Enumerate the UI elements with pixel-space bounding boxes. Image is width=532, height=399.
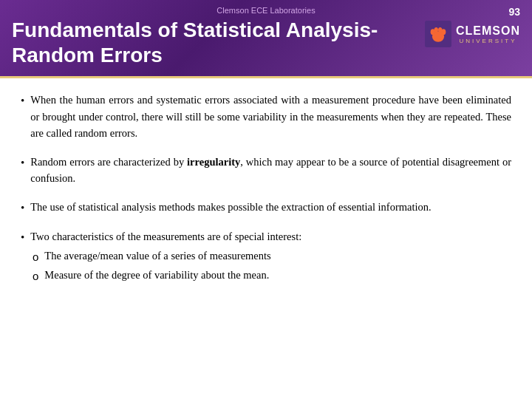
- sub-bullet-item-1: o The average/mean value of a series of …: [21, 248, 511, 265]
- svg-point-5: [438, 27, 442, 33]
- bullet2-before: Random errors are characterized by: [30, 156, 187, 168]
- bullet-item-1: • When the human errors and systematic e…: [21, 92, 511, 141]
- bullet-dot-4: •: [21, 229, 24, 246]
- header: Clemson ECE Laboratories Fundamentals of…: [0, 0, 532, 76]
- sub-bullet-item-2: o Measure of the degree of variability a…: [21, 267, 511, 284]
- bullet-item-3: • The use of statistical analysis method…: [21, 199, 511, 216]
- sub-bullet-text-2: Measure of the degree of variability abo…: [44, 267, 511, 284]
- bullet-item-4-main: • Two characteristics of the measurement…: [21, 228, 511, 246]
- header-logo-area: 93 CLEMSON UNIVERSITY: [425, 6, 520, 47]
- bullet-text-4: Two characteristics of the measurements …: [30, 228, 511, 246]
- bullet-item-2: • Random errors are characterized by irr…: [21, 154, 511, 187]
- bullet-item-4: • Two characteristics of the measurement…: [21, 228, 511, 285]
- clemson-text-block: CLEMSON UNIVERSITY: [456, 24, 520, 44]
- bullet-text-1: When the human errors and systematic err…: [30, 92, 511, 141]
- bullet-dot-3: •: [21, 200, 24, 216]
- bullet-text-2: Random errors are characterized by irreg…: [30, 154, 511, 187]
- page-number: 93: [508, 6, 520, 18]
- bullet-text-3: The use of statistical analysis methods …: [30, 199, 511, 216]
- bullet2-bold: irregularity: [187, 156, 240, 168]
- bullet-dot-1: •: [21, 92, 24, 141]
- sub-bullet-text-1: The average/mean value of a series of me…: [44, 248, 511, 265]
- svg-point-4: [434, 27, 438, 33]
- clemson-name: CLEMSON: [456, 24, 520, 38]
- paw-icon: [425, 21, 451, 47]
- clemson-logo: CLEMSON UNIVERSITY: [425, 21, 520, 47]
- sub-bullet-o-1: o: [33, 248, 38, 265]
- bullet-dot-2: •: [21, 154, 24, 187]
- sub-bullet-o-2: o: [33, 267, 38, 284]
- clemson-university: UNIVERSITY: [459, 38, 516, 44]
- content-area: • When the human errors and systematic e…: [0, 78, 532, 308]
